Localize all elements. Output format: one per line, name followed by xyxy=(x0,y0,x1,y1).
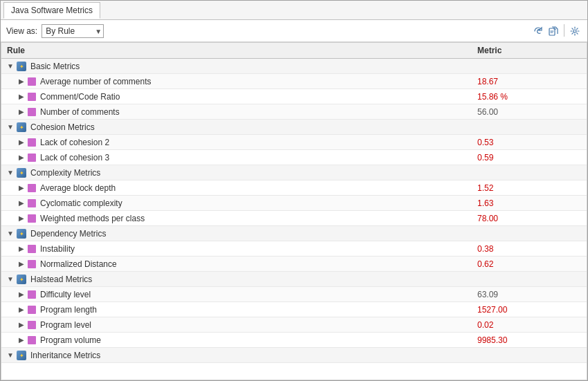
col-rule-header: Rule xyxy=(7,46,477,55)
expand-icon: ▶ xyxy=(18,108,25,115)
view-select[interactable]: By RuleBy PackageBy Class xyxy=(42,24,104,38)
expand-icon: ▶ xyxy=(18,154,25,161)
table-row[interactable]: ▶ Average block depth 1.52 xyxy=(1,180,587,196)
table-row[interactable]: ▶ Weighted methods per class 78.00 xyxy=(1,211,587,226)
item-metric: 63.09 xyxy=(477,290,581,299)
view-as-label: View as: xyxy=(6,26,37,36)
group-icon xyxy=(17,62,26,71)
item-icon xyxy=(28,321,36,329)
group-rule: ▼ Halstead Metrics xyxy=(7,275,477,284)
settings-icon[interactable] xyxy=(568,24,582,38)
metrics-table: Rule Metric ▼ Basic Metrics ▶ Average nu… xyxy=(1,42,587,380)
expand-icon: ▶ xyxy=(18,93,25,100)
expand-icon: ▶ xyxy=(18,306,25,313)
item-label: Average block depth xyxy=(40,183,116,193)
item-icon xyxy=(28,108,36,116)
item-metric: 56.00 xyxy=(477,107,581,117)
refresh-icon[interactable] xyxy=(531,24,545,38)
group-icon xyxy=(17,168,26,178)
item-rule: ▶ Average number of comments xyxy=(18,77,477,86)
group-row[interactable]: ▼ Inheritance Metrics xyxy=(1,348,587,363)
table-row[interactable]: ▶ Comment/Code Ratio 15.86 % xyxy=(1,89,587,104)
title-bar: Java Software Metrics xyxy=(1,1,587,20)
svg-point-1 xyxy=(573,30,576,32)
item-label: Comment/Code Ratio xyxy=(40,92,120,102)
group-row[interactable]: ▼ Cohesion Metrics xyxy=(1,120,587,135)
main-tab[interactable]: Java Software Metrics xyxy=(3,2,100,19)
collapse-icon: ▼ xyxy=(7,230,14,237)
item-label: Program volume xyxy=(40,335,101,345)
table-row[interactable]: ▶ Instability 0.38 xyxy=(1,241,587,257)
item-icon xyxy=(28,199,36,207)
table-row[interactable]: ▶ Average number of comments 18.67 xyxy=(1,74,587,89)
group-rule: ▼ Complexity Metrics xyxy=(7,168,477,178)
expand-icon: ▶ xyxy=(18,260,25,268)
group-row[interactable]: ▼ Halstead Metrics xyxy=(1,272,587,287)
toolbar: View as: By RuleBy PackageBy Class ▼ xyxy=(1,20,587,42)
group-row[interactable]: ▼ Complexity Metrics xyxy=(1,165,587,180)
item-metric: 0.62 xyxy=(477,259,581,269)
table-body: ▼ Basic Metrics ▶ Average number of comm… xyxy=(1,59,587,363)
group-icon xyxy=(17,229,26,239)
expand-icon: ▶ xyxy=(18,245,25,252)
collapse-icon: ▼ xyxy=(7,169,14,176)
item-label: Program level xyxy=(40,320,91,330)
item-rule: ▶ Program level xyxy=(18,320,477,330)
expand-icon: ▶ xyxy=(18,214,25,222)
group-label: Halstead Metrics xyxy=(30,275,92,284)
item-rule: ▶ Lack of cohesion 3 xyxy=(18,153,477,162)
group-row[interactable]: ▼ Basic Metrics xyxy=(1,59,587,74)
item-label: Number of comments xyxy=(40,107,120,117)
item-icon xyxy=(28,245,36,253)
item-icon xyxy=(28,77,36,86)
collapse-icon: ▼ xyxy=(7,123,14,131)
expand-icon: ▶ xyxy=(18,336,25,344)
table-row[interactable]: ▶ Program length 1527.00 xyxy=(1,302,587,317)
item-metric: 9985.30 xyxy=(477,335,581,345)
item-icon xyxy=(28,306,36,314)
item-label: Cyclomatic complexity xyxy=(40,198,122,208)
item-rule: ▶ Difficulty level xyxy=(18,290,477,299)
item-metric: 15.86 % xyxy=(477,92,581,102)
item-rule: ▶ Instability xyxy=(18,244,477,254)
table-row[interactable]: ▶ Cyclomatic complexity 1.63 xyxy=(1,196,587,211)
item-metric: 78.00 xyxy=(477,214,581,223)
item-rule: ▶ Weighted methods per class xyxy=(18,214,477,223)
table-row[interactable]: ▶ Lack of cohesion 2 0.53 xyxy=(1,135,587,150)
toolbar-actions xyxy=(531,24,582,38)
expand-icon: ▶ xyxy=(18,290,25,298)
col-metric-header: Metric xyxy=(477,46,581,55)
group-label: Basic Metrics xyxy=(30,62,80,71)
item-rule: ▶ Lack of cohesion 2 xyxy=(18,138,477,147)
item-icon xyxy=(28,154,36,162)
item-metric: 0.53 xyxy=(477,138,581,147)
table-row[interactable]: ▶ Normalized Distance 0.62 xyxy=(1,257,587,272)
table-row[interactable]: ▶ Program volume 9985.30 xyxy=(1,333,587,348)
item-rule: ▶ Average block depth xyxy=(18,183,477,193)
table-row[interactable]: ▶ Lack of cohesion 3 0.59 xyxy=(1,150,587,165)
item-rule: ▶ Cyclomatic complexity xyxy=(18,198,477,208)
expand-icon: ▶ xyxy=(18,184,25,192)
group-rule: ▼ Basic Metrics xyxy=(7,62,477,71)
group-row[interactable]: ▼ Dependency Metrics xyxy=(1,226,587,241)
tab-label: Java Software Metrics xyxy=(11,6,93,15)
item-icon xyxy=(28,138,36,147)
group-label: Dependency Metrics xyxy=(30,229,106,239)
view-select-wrap[interactable]: By RuleBy PackageBy Class ▼ xyxy=(42,24,104,38)
item-metric: 1527.00 xyxy=(477,305,581,315)
group-rule: ▼ Dependency Metrics xyxy=(7,229,477,239)
collapse-icon: ▼ xyxy=(7,351,14,359)
item-rule: ▶ Normalized Distance xyxy=(18,259,477,269)
item-icon xyxy=(28,260,36,268)
item-metric: 0.59 xyxy=(477,153,581,162)
expand-icon: ▶ xyxy=(18,199,25,207)
export-icon[interactable] xyxy=(546,24,560,38)
table-row[interactable]: ▶ Difficulty level 63.09 xyxy=(1,287,587,302)
item-label: Weighted methods per class xyxy=(40,214,145,223)
item-label: Difficulty level xyxy=(40,290,91,299)
group-label: Complexity Metrics xyxy=(30,168,100,178)
table-row[interactable]: ▶ Number of comments 56.00 xyxy=(1,104,587,120)
table-row[interactable]: ▶ Program level 0.02 xyxy=(1,317,587,333)
item-label: Average number of comments xyxy=(40,77,151,86)
group-icon xyxy=(17,122,26,132)
